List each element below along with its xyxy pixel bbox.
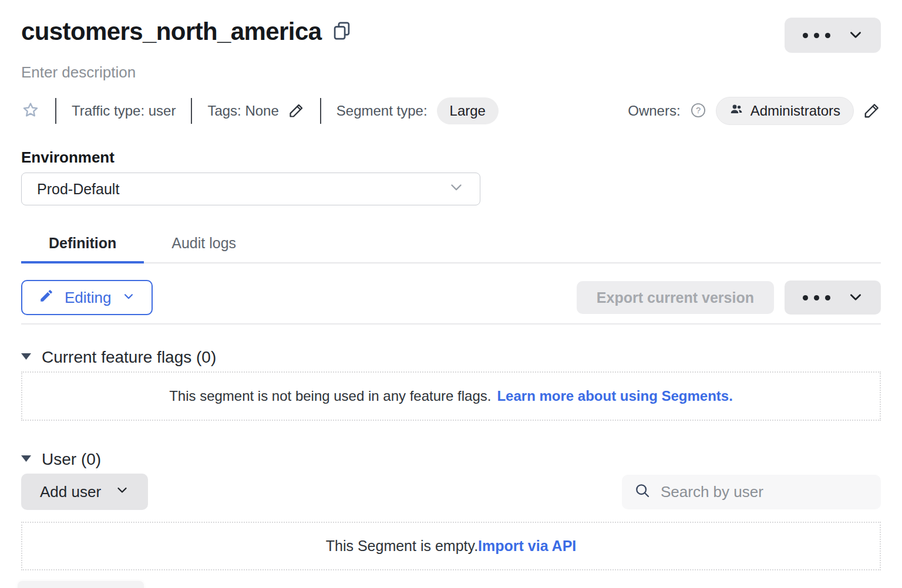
edit-tags-button[interactable] — [288, 102, 305, 120]
definition-toolbar: Editing Export current version — [21, 280, 881, 315]
tab-bar: Definition Audit logs — [21, 227, 881, 263]
tab-audit-logs[interactable]: Audit logs — [144, 227, 264, 262]
divider — [191, 98, 192, 124]
favorite-star-button[interactable] — [21, 101, 40, 121]
owners-pill[interactable]: Administrators — [716, 97, 854, 125]
meta-row: Traffic type: user Tags: None Segment ty… — [21, 98, 881, 124]
user-search-box — [622, 475, 881, 509]
collapse-user-section-button[interactable] — [21, 455, 31, 464]
svg-text:?: ? — [696, 106, 701, 115]
edit-owners-button[interactable] — [863, 102, 881, 121]
learn-more-segments-link[interactable]: Learn more about using Segments. — [497, 388, 732, 404]
feature-flags-empty-text: This segment is not being used in any fe… — [169, 388, 491, 404]
copy-icon — [333, 21, 351, 43]
meta-left: Traffic type: user Tags: None Segment ty… — [21, 97, 499, 124]
user-empty-state: This Segment is empty. Import via API — [21, 522, 881, 570]
header-overflow-menu-button[interactable] — [785, 18, 881, 53]
owners-label: Owners: — [628, 103, 680, 119]
editing-mode-button[interactable]: Editing — [21, 280, 153, 315]
owners-value: Administrators — [750, 103, 840, 119]
feature-flags-section-header: Current feature flags (0) — [21, 348, 881, 367]
add-user-label: Add user — [40, 483, 101, 501]
search-by-user-input[interactable] — [659, 482, 869, 502]
description-field[interactable]: Enter description — [21, 63, 881, 82]
edit-pencil-icon — [863, 102, 881, 121]
caret-down-icon — [21, 353, 31, 362]
meta-right: Owners: ? Admi — [628, 97, 881, 125]
user-empty-text: This Segment is empty. — [326, 538, 478, 555]
user-section-title: User (0) — [42, 450, 101, 469]
feature-flags-empty-state: This segment is not being used in any fe… — [21, 371, 881, 421]
chevron-down-icon — [122, 289, 135, 307]
segment-type-label: Segment type: — [336, 103, 428, 119]
caret-down-icon — [21, 455, 31, 464]
import-via-api-link[interactable]: Import via API — [478, 538, 576, 555]
question-icon: ? — [690, 102, 706, 120]
page-title: customers_north_america — [21, 18, 321, 46]
user-controls-row: Add user — [21, 474, 881, 510]
bottom-cutoff-element — [18, 581, 144, 588]
collapse-feature-flags-button[interactable] — [21, 353, 31, 362]
environment-selected-value: Prod-Default — [37, 181, 119, 198]
export-current-version-button[interactable]: Export current version — [577, 281, 774, 314]
chevron-down-icon — [115, 483, 129, 501]
owners-help-button[interactable]: ? — [690, 102, 706, 120]
ellipsis-icon — [803, 33, 830, 38]
edit-pencil-icon — [39, 288, 54, 307]
title-wrap: customers_north_america — [21, 18, 351, 46]
toolbar-right: Export current version — [577, 281, 881, 315]
tab-label: Definition — [49, 235, 116, 251]
user-section-header: User (0) — [21, 450, 881, 469]
definition-overflow-menu-button[interactable] — [785, 281, 881, 315]
environment-select[interactable]: Prod-Default — [21, 173, 480, 205]
copy-name-button[interactable] — [333, 21, 351, 43]
people-icon — [729, 102, 743, 120]
chevron-down-icon — [448, 179, 465, 199]
divider — [55, 98, 56, 124]
segment-detail-page: customers_north_america Enter — [0, 0, 902, 570]
tags-label: Tags: None — [207, 103, 278, 119]
divider — [320, 98, 321, 124]
chevron-down-icon — [848, 289, 863, 306]
ellipsis-icon — [803, 295, 830, 300]
tab-definition[interactable]: Definition — [21, 227, 144, 262]
active-tab-underline — [21, 261, 144, 263]
star-icon — [21, 101, 40, 121]
tab-label: Audit logs — [171, 235, 236, 251]
traffic-type-label: Traffic type: user — [72, 103, 176, 119]
header: customers_north_america — [21, 0, 881, 53]
edit-pencil-icon — [288, 102, 305, 120]
chevron-down-icon — [848, 27, 863, 44]
segment-type-badge: Large — [437, 97, 499, 124]
search-icon — [634, 482, 651, 502]
feature-flags-section-title: Current feature flags (0) — [42, 348, 216, 367]
add-user-button[interactable]: Add user — [21, 474, 148, 510]
toolbar-divider — [21, 323, 881, 325]
environment-label: Environment — [21, 148, 881, 167]
editing-label: Editing — [65, 289, 112, 307]
